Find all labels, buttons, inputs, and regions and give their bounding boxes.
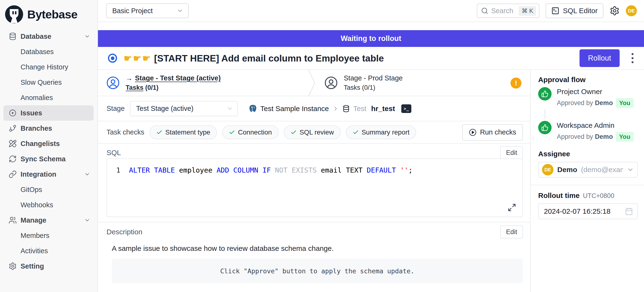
settings-gear-button[interactable] [610, 6, 620, 16]
check-pill-label: Connection [238, 128, 272, 136]
check-pill-statement-type[interactable]: Statement type [150, 125, 217, 139]
stage-tasks-link[interactable]: Tasks [126, 84, 144, 91]
approval-steps: Project Owner Approved by Demo You [538, 87, 638, 142]
issues-icon [8, 109, 17, 117]
stage-tab-prod[interactable]: Stage - Prod Stage Tasks (0/1) [318, 74, 403, 91]
sql-section-title: SQL [106, 149, 121, 157]
stage-selector-dropdown[interactable]: Test Stage (active) [130, 101, 238, 116]
sidebar-item-label: Members [20, 232, 50, 240]
link-icon [8, 170, 17, 178]
approval-role: Workspace Admin [557, 121, 634, 129]
sidebar-item-label: Changelists [20, 140, 60, 148]
sidebar-item-members[interactable]: Members [0, 228, 98, 243]
sidebar-item-label: Branches [20, 124, 52, 132]
assignee-name: Demo [557, 166, 577, 174]
assignee-avatar: DE [542, 164, 554, 176]
sidebar-item-label: Setting [20, 262, 44, 270]
thumbs-up-icon [538, 87, 552, 100]
approval-step-project-owner: Project Owner Approved by Demo You [538, 87, 638, 108]
expand-icon[interactable] [508, 203, 516, 212]
sidebar-item-changelists[interactable]: Changelists [0, 136, 98, 151]
active-stage-arrow: → [126, 74, 132, 82]
approval-role: Project Owner [557, 87, 634, 96]
stage-name: Stage - Test Stage (active) [135, 74, 221, 82]
stage-tasks-link[interactable]: Tasks [344, 84, 360, 91]
warning-icon[interactable]: ! [510, 78, 522, 89]
chevron-down-icon [84, 33, 90, 40]
approver-name: Demo [595, 133, 613, 140]
open-sql-editor-icon[interactable]: >_ [401, 104, 411, 113]
stage-name: Stage - Prod Stage [344, 74, 403, 82]
description-edit-button[interactable]: Edit [500, 225, 523, 238]
task-checks-row: Task checks Statement type Connection [98, 121, 530, 143]
sidebar-item-manage[interactable]: Manage [0, 213, 98, 228]
sql-edit-button[interactable]: Edit [500, 146, 523, 159]
sidebar-item-label: Integration [20, 170, 56, 178]
stage-user-icon [324, 76, 338, 90]
approval-flow-title: Approval flow [538, 76, 638, 84]
sidebar-item-webhooks[interactable]: Webhooks [0, 197, 98, 213]
chevron-down-icon [177, 8, 184, 14]
project-selector[interactable]: Basic Project [106, 3, 189, 18]
sidebar-item-label: Databases [20, 48, 54, 56]
rollout-button[interactable]: Rollout [580, 49, 620, 67]
sidebar-item-label: Slow Queries [20, 78, 62, 86]
sql-editor-button[interactable]: SQL Editor [546, 3, 604, 18]
instance-link[interactable]: Test Sample Instance [260, 105, 329, 113]
sidebar-item-label: Database [20, 33, 51, 41]
sidebar-item-sync-schema[interactable]: Sync Schema [0, 151, 98, 167]
gear-icon [8, 262, 17, 270]
description-body: A sample issue to showcase how to review… [112, 244, 523, 252]
rollout-time-input[interactable]: 2024-02-07 16:25:18 [538, 203, 638, 219]
sidebar-item-database[interactable]: Database [0, 29, 98, 44]
bytebase-app: Bytebase Database Databases Change Histo… [0, 0, 644, 292]
changelist-icon [8, 139, 17, 148]
terminal-icon [551, 7, 560, 15]
user-avatar[interactable]: DE [626, 5, 637, 16]
check-pill-connection[interactable]: Connection [222, 125, 278, 139]
database-link[interactable]: hr_test [371, 105, 395, 113]
run-checks-button[interactable]: Run checks [462, 124, 523, 140]
check-pill-sql-review[interactable]: SQL review [284, 125, 341, 139]
check-icon [156, 129, 162, 135]
description-title: Description [106, 228, 142, 236]
task-checks-label: Task checks [106, 128, 144, 136]
stage-tab-test[interactable]: →Stage - Test Stage (active) Tasks (0/1) [98, 74, 307, 91]
stage-selector-value: Test Stage (active) [136, 105, 194, 112]
database-icon [8, 32, 17, 41]
rollout-timezone: UTC+0800 [583, 192, 614, 200]
sidebar-item-branches[interactable]: Branches [0, 121, 98, 136]
issue-title: ☛☛☛[START HERE] Add email column to Empl… [124, 53, 384, 64]
project-selector-value: Basic Project [112, 7, 153, 15]
sidebar-item-gitops[interactable]: GitOps [0, 182, 98, 197]
sidebar-item-issues[interactable]: Issues [3, 105, 94, 121]
search-input[interactable]: Search ⌘ K [477, 4, 539, 18]
sidebar-item-label: Sync Schema [20, 155, 66, 163]
sidebar-item-slow-queries[interactable]: Slow Queries [0, 75, 98, 90]
bytebase-logo[interactable]: Bytebase [0, 0, 98, 25]
check-pill-summary-report[interactable]: Summary report [346, 125, 416, 139]
approver-name: Demo [595, 99, 613, 107]
sidebar-item-change-history[interactable]: Change History [0, 59, 98, 75]
sidebar-item-integration[interactable]: Integration [0, 167, 98, 182]
check-icon [352, 129, 359, 135]
assignee-selector[interactable]: DE Demo (demo@example [538, 162, 638, 178]
body-split: →Stage - Test Stage (active) Tasks (0/1)… [98, 70, 644, 292]
pointing-hand-emoji: ☛☛☛ [124, 53, 152, 63]
chevron-down-icon [84, 171, 90, 177]
sidebar-item-anomalies[interactable]: Anomalies [0, 90, 98, 105]
sidebar-item-activities[interactable]: Activities [0, 243, 98, 258]
bytebase-logo-icon [5, 5, 24, 24]
sidebar-item-databases[interactable]: Databases [0, 44, 98, 59]
description-note: Click "Approve" button to apply the sche… [112, 259, 523, 283]
topbar: Basic Project Search ⌘ K SQL Editor [98, 0, 644, 22]
stage-tasks-count: (0/1) [145, 84, 158, 91]
issue-sidebar-panel: Approval flow Project Owner Approved by … [530, 70, 644, 292]
stage-selector-label: Stage [106, 105, 125, 112]
issue-title-row: ☛☛☛[START HERE] Add email column to Empl… [98, 47, 644, 70]
issue-title-text: [START HERE] Add email column to Employe… [154, 53, 384, 63]
more-options-kebab-icon[interactable] [630, 51, 636, 65]
sidebar-item-setting[interactable]: Setting [0, 258, 98, 274]
chevron-down-icon [226, 105, 233, 112]
stage-separator [308, 70, 318, 96]
